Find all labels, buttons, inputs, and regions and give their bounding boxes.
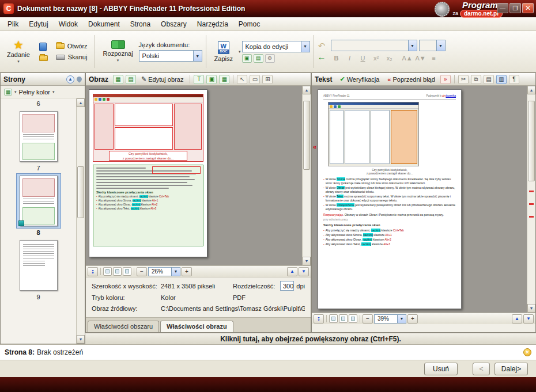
underline-button[interactable]: U [357, 53, 369, 63]
layout-single-icon[interactable] [329, 314, 338, 323]
prev-error-button[interactable]: « Poprzedni błąd [384, 75, 438, 83]
edit-image-button[interactable]: ✎ Edytuj obraz [138, 75, 186, 83]
save-chevron-icon[interactable]: ▾ [239, 50, 241, 54]
verify-button[interactable]: ✔ Weryfikacja [337, 75, 382, 83]
layout-fit-page-icon[interactable] [349, 314, 357, 323]
scroll-up-icon[interactable]: ▲ [303, 86, 311, 94]
zoom-out-button[interactable]: − [137, 267, 147, 276]
bold-button[interactable]: B [331, 53, 342, 63]
italic-button[interactable]: I [344, 53, 356, 63]
scanned-page[interactable]: Czy pomyliłeś kiedykolwiek, z powodzenie… [89, 89, 207, 257]
page-thumb-7[interactable] [16, 109, 61, 164]
analyze-areas-icon[interactable]: ▦ [113, 75, 123, 84]
zoom-hint-bar[interactable]: Kliknij tutaj, aby obejrzeć powiększony … [85, 333, 536, 344]
zoom-out-button[interactable]: − [363, 314, 373, 324]
analyze-table-icon[interactable]: ▤ [126, 75, 136, 84]
menu-dokument[interactable]: Dokument [83, 18, 125, 30]
maximize-button[interactable]: ❐ [509, 3, 521, 13]
error-mark[interactable] [529, 203, 534, 205]
language-select[interactable]: Polski ▼ [139, 50, 202, 62]
menu-plik[interactable]: Plik [2, 18, 24, 30]
collapse-panel-icon[interactable]: ▲ [66, 75, 74, 83]
prev-page-button[interactable]: ▲ [287, 267, 297, 276]
menu-widok[interactable]: Widok [54, 18, 83, 30]
recognized-text-page[interactable]: ABBYY FineReader 11 Podręcznik k użytkow… [318, 89, 462, 309]
prev-page-button[interactable]: ▲ [512, 314, 522, 324]
menu-pomoc[interactable]: Pomoc [233, 18, 265, 30]
menu-narzedzia[interactable]: Narzędzia [192, 18, 233, 30]
cut-icon[interactable]: ✂ [458, 75, 469, 84]
align-button[interactable]: ≡ [428, 53, 440, 63]
cursor-icon[interactable]: ↖ [237, 75, 247, 84]
error-mark[interactable] [529, 191, 534, 192]
layout-exact-icon[interactable]: ▣ [242, 54, 252, 63]
back-arrow-icon[interactable]: ← [318, 52, 326, 62]
increase-font-button[interactable]: A▲ [402, 53, 413, 63]
scroll-up-icon[interactable]: ▲ [527, 86, 535, 94]
subscript-button[interactable]: x₂ [384, 53, 395, 63]
image-zoom-select[interactable]: 26% ▼ [148, 267, 180, 276]
scroll-thumb[interactable] [77, 166, 84, 218]
error-mark[interactable] [529, 216, 534, 218]
zapisz-button[interactable]: WDOC Zapisz [210, 32, 237, 71]
scroll-down-icon[interactable]: ▼ [527, 304, 535, 313]
new-document-button[interactable] [36, 41, 51, 52]
text-zoom-select[interactable]: 39% ▼ [374, 314, 406, 324]
scroll-thumb[interactable] [303, 101, 310, 170]
merge-areas-toggle[interactable]: ▥ [496, 75, 507, 84]
collapse-toolbar-icon[interactable]: ▾▾ [314, 314, 324, 324]
tab-area-properties[interactable]: Właściwości obszaru [88, 321, 159, 332]
next-page-button[interactable]: ▼ [299, 267, 309, 276]
superscript-button[interactable]: x² [371, 53, 382, 63]
text-scrollbar[interactable]: ▲ ▼ [527, 86, 535, 313]
paste-icon[interactable]: ▤ [484, 75, 494, 84]
zoom-in-button[interactable]: + [407, 314, 418, 324]
layout-fit-page-icon[interactable] [123, 267, 131, 276]
page-thumb-8-selected[interactable] [16, 173, 61, 229]
warning-close-icon[interactable]: ✕ [523, 348, 531, 356]
otworz-button[interactable]: Otwórz [52, 41, 91, 51]
minimize-button[interactable]: — [497, 3, 508, 13]
scroll-thumb[interactable] [528, 101, 535, 181]
pages-scrollbar[interactable]: ▲ ▼ [76, 98, 85, 344]
table-area-icon[interactable]: ▦ [219, 75, 229, 84]
zadanie-button[interactable]: ★ Zadanie ▾ [2, 32, 35, 71]
image-viewport[interactable]: Czy pomyliłeś kiedykolwiek, z powodzenie… [86, 86, 311, 265]
picture-area-icon[interactable]: ▣ [206, 75, 217, 84]
page-view-selector[interactable]: ▦ ▾ Pełny kolor ▾ [1, 86, 85, 98]
next-error-icon[interactable]: » [440, 75, 451, 84]
paragraph-marks-icon[interactable]: ¶ [509, 75, 519, 84]
menu-edytuj[interactable]: Edytuj [24, 18, 53, 30]
open-folder-button[interactable] [36, 54, 51, 62]
delete-button[interactable]: Usuń [424, 363, 458, 375]
scroll-down-icon[interactable]: ▼ [303, 257, 311, 265]
font-family-select[interactable]: ▼ [331, 40, 417, 51]
text-viewport[interactable]: « ABBYY FineReader 11 Podręcznik k użytk… [312, 86, 535, 313]
text-area-icon[interactable]: T [194, 75, 204, 84]
layout-single-icon[interactable] [103, 267, 112, 276]
zoom-in-button[interactable]: + [182, 267, 192, 276]
add-area-icon[interactable]: ⊞ [262, 75, 273, 84]
layout-editable-icon[interactable]: ▤ [254, 54, 263, 63]
page-thumb-9[interactable] [16, 238, 61, 293]
copy-icon[interactable]: ⧉ [471, 75, 481, 84]
scroll-up-icon[interactable]: ▲ [77, 98, 85, 107]
pin-icon[interactable] [76, 75, 83, 83]
close-button[interactable]: ✕ [522, 3, 534, 13]
tab-image-properties[interactable]: Właściwości obrazu [160, 321, 233, 332]
rozpoznaj-button[interactable]: Rozpoznaj ▾ [99, 32, 138, 71]
next-page-button[interactable]: ▼ [523, 314, 534, 324]
next-button[interactable]: Dalej> [495, 363, 528, 375]
menu-obszary[interactable]: Obszary [156, 18, 192, 30]
undo-icon[interactable]: ↶ [318, 41, 326, 51]
select-rect-icon[interactable]: ▭ [250, 75, 260, 84]
collapse-toolbar-icon[interactable]: ▾▾ [88, 267, 98, 276]
layout-fit-width-icon[interactable] [113, 267, 122, 276]
skanuj-button[interactable]: Skanuj [52, 52, 91, 62]
menu-strona[interactable]: Strona [125, 18, 156, 30]
resolution-input[interactable]: 300 [280, 281, 294, 291]
font-size-select[interactable]: ▼ [419, 40, 446, 51]
image-scrollbar[interactable]: ▲ ▼ [302, 86, 311, 265]
scroll-down-icon[interactable]: ▼ [77, 335, 85, 344]
save-mode-select[interactable]: Kopia do edycji ▼ [242, 41, 310, 52]
